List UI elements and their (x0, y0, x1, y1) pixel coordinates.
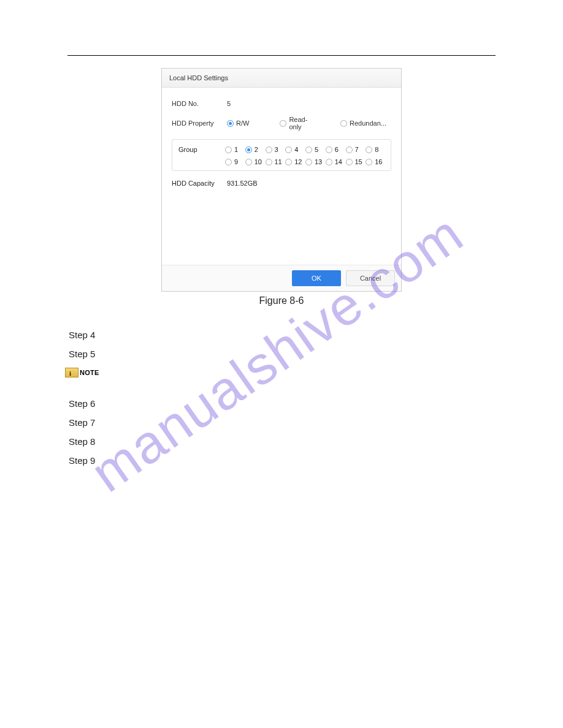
panel-title: Local HDD Settings (162, 69, 401, 88)
group-radio-10[interactable]: 10 (245, 158, 264, 165)
radio-dot-icon (340, 120, 347, 127)
radio-dot-icon (326, 146, 332, 153)
radio-dot-icon (266, 146, 272, 153)
hdd-capacity-label: HDD Capacity (172, 180, 227, 187)
group-radio-label: 5 (315, 146, 322, 153)
group-radio-label: 8 (375, 146, 382, 153)
group-radio-label: 6 (335, 146, 342, 153)
group-radio-label: 12 (294, 158, 302, 165)
hdd-no-label: HDD No. (172, 100, 227, 107)
group-radio-label: 3 (275, 146, 282, 153)
group-radio-label: 15 (355, 158, 362, 165)
radio-dot-icon (245, 146, 252, 153)
radio-dot-icon (225, 146, 232, 153)
panel-spacer (172, 191, 391, 261)
group-radio-label: 4 (294, 146, 302, 153)
group-radio-5[interactable]: 5 (305, 146, 324, 153)
group-radio-label: 7 (355, 146, 362, 153)
radio-dot-icon (346, 159, 353, 165)
step-label: Step 5 (69, 349, 514, 359)
note-label: NOTE (80, 369, 99, 376)
hdd-property-radio-1[interactable]: Read-only (280, 116, 310, 131)
group-box: Group 12345678910111213141516 (172, 139, 391, 171)
radio-dot-icon (285, 159, 292, 165)
hdd-no-value: 5 (227, 100, 231, 107)
group-radio-6[interactable]: 6 (326, 146, 345, 153)
hdd-property-row: HDD Property R/WRead-onlyRedundan... (172, 116, 391, 131)
radio-dot-icon (366, 159, 372, 165)
page-rule (67, 55, 496, 56)
step-label: Step 4 (69, 330, 514, 340)
hdd-capacity-row: HDD Capacity 931.52GB (172, 180, 391, 187)
group-radio-label: 1 (234, 146, 242, 153)
ok-button[interactable]: OK (292, 270, 341, 286)
group-radio-15[interactable]: 15 (346, 158, 365, 165)
hdd-property-label: HDD Property (172, 119, 227, 127)
group-radio-1[interactable]: 1 (225, 146, 244, 153)
radio-dot-icon (245, 159, 252, 165)
group-radio-14[interactable]: 14 (326, 158, 345, 165)
group-radio-label: 14 (335, 158, 342, 165)
group-radio-12[interactable]: 12 (285, 158, 304, 165)
note-row: i NOTE (65, 368, 514, 377)
group-radio-11[interactable]: 11 (266, 158, 285, 165)
step-label: Step 8 (69, 436, 514, 447)
hdd-no-row: HDD No. 5 (172, 100, 391, 107)
step-label: Step 7 (69, 417, 514, 428)
local-hdd-settings-panel: Local HDD Settings HDD No. 5 HDD Propert… (161, 68, 402, 292)
radio-dot-icon (285, 146, 292, 153)
group-radio-label: 13 (315, 158, 322, 165)
radio-dot-icon (305, 146, 312, 153)
group-radio-8[interactable]: 8 (366, 146, 385, 153)
group-radio-13[interactable]: 13 (305, 158, 324, 165)
radio-dot-icon (266, 159, 272, 165)
cancel-button[interactable]: Cancel (346, 270, 395, 286)
hdd-capacity-value: 931.52GB (227, 180, 258, 187)
figure-caption: Figure 8-6 (49, 295, 514, 306)
group-radio-16[interactable]: 16 (366, 158, 385, 165)
group-radio-label: 2 (255, 146, 262, 153)
group-radio-label: 11 (275, 158, 282, 165)
note-icon: i (65, 368, 79, 377)
hdd-property-radio-label: Redundan... (350, 119, 386, 127)
radio-dot-icon (326, 159, 332, 165)
group-label: Group (178, 146, 225, 165)
hdd-property-radio-label: Read-only (289, 116, 310, 131)
radio-dot-icon (346, 146, 353, 153)
group-radio-7[interactable]: 7 (346, 146, 365, 153)
radio-dot-icon (225, 159, 232, 165)
group-radio-3[interactable]: 3 (266, 146, 285, 153)
radio-dot-icon (366, 146, 372, 153)
step-label: Step 6 (69, 398, 514, 409)
hdd-property-radio-0[interactable]: R/W (227, 116, 249, 131)
radio-dot-icon (280, 120, 286, 127)
radio-dot-icon (305, 159, 312, 165)
group-radio-9[interactable]: 9 (225, 158, 244, 165)
hdd-property-radio-2[interactable]: Redundan... (340, 116, 386, 131)
group-radio-label: 16 (375, 158, 382, 165)
group-radio-label: 9 (234, 158, 242, 165)
group-radio-2[interactable]: 2 (245, 146, 264, 153)
group-radio-4[interactable]: 4 (285, 146, 304, 153)
hdd-property-radio-label: R/W (236, 119, 249, 127)
step-label: Step 9 (69, 455, 514, 466)
radio-dot-icon (227, 120, 234, 127)
group-radio-label: 10 (255, 158, 262, 165)
panel-footer: OK Cancel (162, 265, 401, 291)
